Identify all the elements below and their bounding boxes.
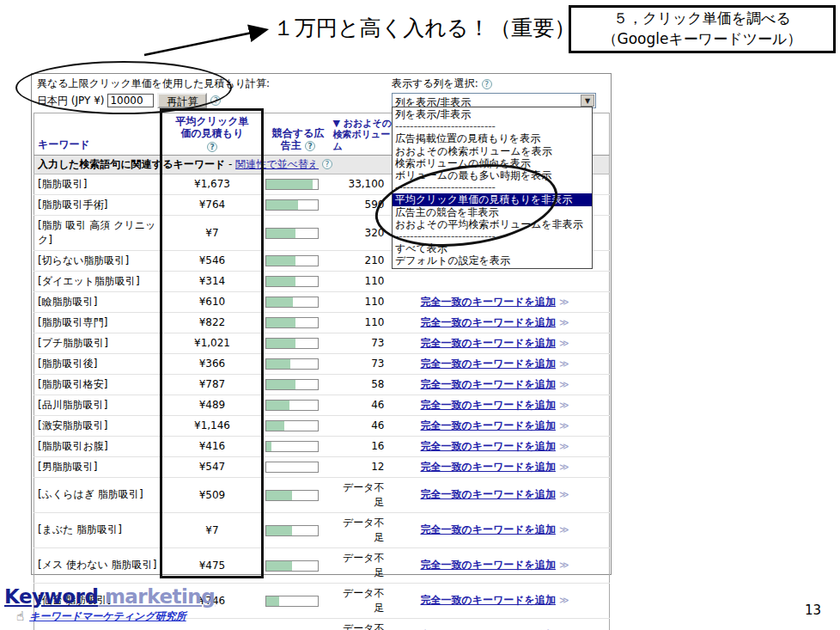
bid-estimate-section: 異なる上限クリック単価を使用した見積もり計算: 日本円 (JPY ¥) 再計算 … bbox=[37, 76, 270, 108]
chevron-expand-icon[interactable]: ≫ bbox=[559, 379, 569, 390]
competition-bar bbox=[265, 490, 319, 501]
competition-bar bbox=[265, 228, 319, 239]
add-exact-keyword-link[interactable]: 完全一致のキーワードを追加 bbox=[421, 419, 556, 431]
add-exact-keyword-link[interactable]: 完全一致のキーワードを追加 bbox=[421, 316, 556, 328]
add-exact-keyword-link[interactable]: 完全一致のキーワードを追加 bbox=[421, 440, 556, 452]
header-cpc[interactable]: 平均クリック単価の見積もり ? bbox=[161, 113, 264, 156]
volume-cell: 320 bbox=[333, 215, 393, 250]
add-exact-keyword-link[interactable]: 完全一致のキーワードを追加 bbox=[421, 488, 556, 500]
help-icon[interactable]: ? bbox=[207, 142, 217, 152]
step-box: ５，クリック単価を調べる （Googleキーワードツール） bbox=[569, 5, 836, 53]
keyword-cell: [まぶた 脂肪吸引] bbox=[34, 512, 161, 547]
recalculate-button[interactable]: 再計算 bbox=[157, 93, 207, 108]
dropdown-item[interactable]: すべて表示 bbox=[393, 242, 592, 254]
competition-bar-fill bbox=[266, 229, 295, 238]
competition-bar-fill bbox=[266, 561, 292, 571]
add-cell: 完全一致のキーワードを追加≫ bbox=[393, 477, 610, 512]
chevron-expand-icon[interactable]: ≫ bbox=[559, 560, 569, 571]
add-cell: 完全一致のキーワードを追加≫ bbox=[393, 456, 610, 477]
chevron-expand-icon[interactable]: ≫ bbox=[559, 400, 569, 411]
bid-amount-input[interactable] bbox=[107, 94, 154, 107]
cpc-cell: ¥416 bbox=[161, 436, 264, 456]
add-exact-keyword-link[interactable]: 完全一致のキーワードを追加 bbox=[421, 559, 556, 571]
dropdown-item[interactable]: 検索ボリュームの傾向を表示 bbox=[393, 157, 592, 169]
keyword-cell: [脂肪吸引後] bbox=[34, 353, 161, 374]
chevron-expand-icon[interactable]: ≫ bbox=[559, 441, 569, 452]
competition-bar-fill bbox=[266, 401, 289, 410]
competition-bar-fill bbox=[266, 491, 292, 500]
header-cpc-label: 平均クリック単価の見積もり bbox=[173, 115, 251, 140]
keyword-cell: [メス 使わない 脂肪吸引] bbox=[34, 547, 161, 583]
competition-cell bbox=[264, 271, 333, 291]
header-competition[interactable]: 競合する広告主 ? bbox=[264, 113, 333, 156]
header-keyword[interactable]: キーワード bbox=[34, 113, 161, 156]
competition-bar-fill bbox=[266, 526, 292, 535]
cpc-cell: ¥610 bbox=[161, 291, 264, 312]
add-exact-keyword-link[interactable]: 完全一致のキーワードを追加 bbox=[421, 523, 556, 535]
currency-label: 日本円 (JPY ¥) bbox=[37, 94, 104, 108]
help-icon[interactable]: ? bbox=[305, 141, 315, 151]
cpc-cell: ¥314 bbox=[161, 271, 264, 291]
chevron-expand-icon[interactable]: ≫ bbox=[559, 297, 569, 308]
chevron-expand-icon[interactable]: ≫ bbox=[559, 317, 569, 328]
add-cell: 完全一致のキーワードを追加≫ bbox=[393, 333, 610, 353]
dropdown-item[interactable]: ボリュームの最も多い時期を表示 bbox=[393, 169, 592, 181]
chevron-down-icon[interactable]: ▼ bbox=[581, 95, 594, 107]
help-icon[interactable]: ? bbox=[482, 79, 492, 89]
help-icon[interactable]: ? bbox=[322, 159, 332, 169]
competition-cell bbox=[264, 477, 333, 512]
dropdown-item[interactable]: おおよその検索ボリュームを表示 bbox=[393, 145, 592, 157]
header-volume[interactable]: ▼ おおよその検索ボリューム bbox=[333, 113, 393, 156]
chevron-expand-icon[interactable]: ≫ bbox=[559, 358, 569, 370]
add-exact-keyword-link[interactable]: 完全一致のキーワードを追加 bbox=[421, 378, 556, 390]
keyword-cell: [男脂肪吸引] bbox=[34, 456, 161, 477]
header-volume-label: ▼ おおよその検索ボリューム bbox=[333, 118, 399, 152]
volume-cell: 12 bbox=[333, 456, 393, 477]
chevron-expand-icon[interactable]: ≫ bbox=[559, 462, 569, 473]
chevron-expand-icon[interactable]: ≫ bbox=[559, 595, 569, 606]
chevron-expand-icon[interactable]: ≫ bbox=[559, 524, 569, 535]
add-exact-keyword-link[interactable]: 完全一致のキーワードを追加 bbox=[421, 337, 556, 349]
column-dropdown-menu: 列を表示/非表示---------------------------広告掲載位… bbox=[392, 107, 593, 269]
volume-cell: 33,100 bbox=[333, 174, 393, 194]
logo-title: Keyword marketing bbox=[4, 585, 215, 608]
add-exact-keyword-link[interactable]: 完全一致のキーワードを追加 bbox=[421, 461, 556, 473]
competition-bar bbox=[265, 297, 319, 308]
competition-bar bbox=[265, 441, 319, 452]
add-exact-keyword-link[interactable]: 完全一致のキーワードを追加 bbox=[421, 399, 556, 411]
cpc-cell: ¥764 bbox=[161, 194, 264, 215]
column-select-section: 表示する列を選択: ? 列を表示/非表示 ▼ bbox=[392, 76, 596, 108]
volume-cell: 46 bbox=[333, 415, 393, 436]
chevron-expand-icon[interactable]: ≫ bbox=[559, 420, 569, 431]
chevron-expand-icon[interactable]: ≫ bbox=[559, 489, 569, 500]
add-exact-keyword-link[interactable]: 完全一致のキーワードを追加 bbox=[421, 296, 556, 308]
volume-cell: 210 bbox=[333, 250, 393, 271]
add-exact-keyword-link[interactable]: 完全一致のキーワードを追加 bbox=[421, 358, 556, 370]
dropdown-item[interactable]: デフォルトの設定を表示 bbox=[393, 254, 592, 266]
sort-by-relevance-link[interactable]: 関連性で並べ替え bbox=[235, 158, 319, 170]
dropdown-item[interactable]: 広告掲載位置の見積もりを表示 bbox=[393, 132, 592, 144]
page-number: 13 bbox=[805, 602, 821, 618]
volume-cell: 16 bbox=[333, 436, 393, 456]
add-exact-keyword-link[interactable]: 完全一致のキーワードを追加 bbox=[421, 594, 556, 606]
cpc-cell: ¥7 bbox=[161, 512, 264, 547]
dropdown-item[interactable]: 平均クリック単価の見積もりを非表示 bbox=[393, 193, 592, 205]
competition-bar bbox=[265, 560, 319, 572]
competition-cell bbox=[264, 547, 333, 583]
dropdown-divider: --------------------------- bbox=[393, 230, 592, 242]
help-icon[interactable]: ? bbox=[210, 95, 221, 106]
table-row: [脂肪吸引後] ¥366 73 完全一致のキーワードを追加≫ bbox=[34, 353, 610, 374]
competition-cell bbox=[264, 174, 333, 194]
dropdown-item[interactable]: 広告主の競合を非表示 bbox=[393, 206, 592, 218]
competition-bar-fill bbox=[266, 596, 279, 606]
competition-bar-fill bbox=[266, 421, 284, 431]
dropdown-item[interactable]: おおよその平均検索ボリュームを非表示 bbox=[393, 218, 592, 230]
competition-cell bbox=[264, 512, 333, 547]
keyword-cell: [プチ脂肪吸引] bbox=[34, 333, 161, 353]
competition-bar-fill bbox=[266, 380, 295, 389]
add-cell bbox=[393, 271, 610, 291]
keyword-cell: [脂肪吸引お腹] bbox=[34, 436, 161, 456]
chevron-expand-icon[interactable]: ≫ bbox=[559, 338, 569, 349]
dropdown-item[interactable]: 列を表示/非表示 bbox=[393, 108, 592, 120]
competition-bar-fill bbox=[266, 442, 271, 451]
